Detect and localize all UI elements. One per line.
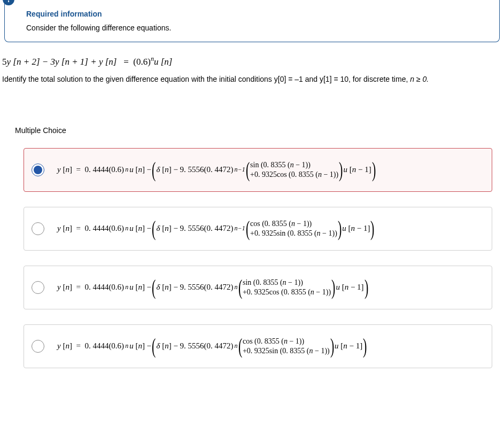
eq-lhs-coef: 5 — [2, 57, 7, 67]
choice-option-4[interactable]: y [n] = 0. 4444(0.6)nu [n] − (δ [n] − 9.… — [24, 324, 492, 368]
question-prompt: Identify the total solution to the given… — [0, 72, 504, 94]
choice-formula: y [n] = 0. 4444(0.6)nu [n] − (δ [n] − 9.… — [57, 277, 368, 298]
multiple-choice-label: Multiple Choice — [0, 94, 504, 148]
choice-option-3[interactable]: y [n] = 0. 4444(0.6)nu [n] − (δ [n] − 9.… — [24, 266, 492, 309]
difference-equation: 5y [n + 2] − 3y [n + 1] + y [n] = (0.6)n… — [0, 53, 504, 72]
radio-button[interactable] — [32, 340, 44, 353]
choice-option-1[interactable]: y [n] = 0. 4444(0.6)nu [n] − (δ [n] − 9.… — [24, 148, 492, 192]
choice-formula: y [n] = 0. 4444(0.6)nu [n] − (δ [n] − 9.… — [57, 218, 374, 239]
required-info-box: ! Required information Consider the foll… — [4, 0, 500, 42]
required-info-title: Required information — [26, 10, 484, 18]
radio-button[interactable] — [32, 222, 44, 235]
prompt-text: Identify the total solution to the given… — [2, 75, 410, 83]
choice-option-2[interactable]: y [n] = 0. 4444(0.6)nu [n] − (δ [n] − 9.… — [24, 207, 492, 251]
required-info-subtitle: Consider the following difference equati… — [26, 24, 484, 32]
radio-button[interactable] — [32, 281, 44, 294]
choice-formula: y [n] = 0. 4444(0.6)nu [n] − (δ [n] − 9.… — [57, 159, 375, 181]
radio-button[interactable] — [32, 164, 44, 176]
eq-lhs: y [n + 2] − 3y [n + 1] + y [n] — [7, 57, 117, 67]
eq-rhs-base: (0.6) — [133, 57, 151, 67]
choice-formula: y [n] = 0. 4444(0.6)nu [n] − (δ [n] − 9.… — [57, 336, 367, 357]
info-icon: ! — [3, 0, 14, 5]
prompt-condition: n ≥ 0. — [410, 75, 429, 83]
eq-rhs-tail: u [n] — [154, 57, 172, 67]
